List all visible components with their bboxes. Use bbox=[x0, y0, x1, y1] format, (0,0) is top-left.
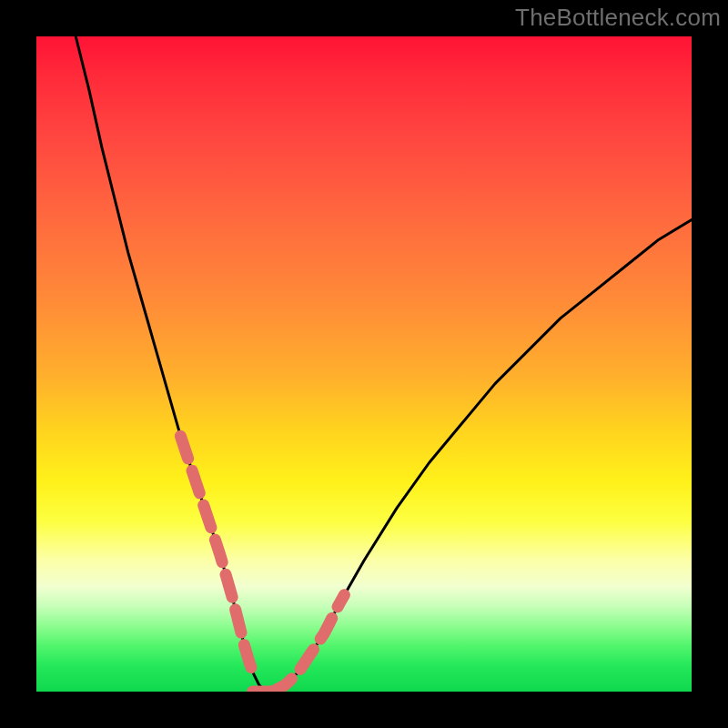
bottleneck-curve bbox=[76, 36, 692, 692]
watermark-text: TheBottleneck.com bbox=[515, 4, 721, 32]
dash-overlay-right bbox=[272, 595, 344, 692]
curve-layer bbox=[36, 36, 692, 692]
chart-frame: TheBottleneck.com bbox=[0, 0, 728, 728]
plot-area bbox=[36, 36, 692, 692]
dash-overlay-left bbox=[180, 436, 252, 672]
